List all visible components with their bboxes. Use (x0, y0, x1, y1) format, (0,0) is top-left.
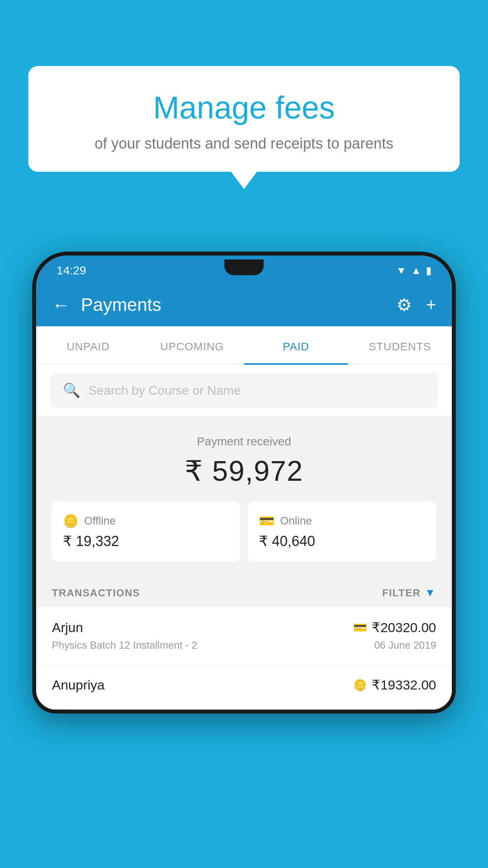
search-input[interactable]: 🔍 Search by Course or Name (50, 373, 438, 408)
signal-icon: ▲ (411, 265, 421, 277)
online-amount: ₹ 40,640 (259, 533, 425, 550)
transaction-amount: ₹19332.00 (372, 677, 436, 693)
back-button[interactable]: ← (52, 294, 70, 315)
transaction-name: Anupriya (52, 677, 105, 693)
online-icon: 💳 (259, 513, 275, 528)
tooltip-title: Manage fees (48, 90, 440, 126)
content-area: 🔍 Search by Course or Name Payment recei… (36, 365, 452, 710)
transaction-date: 06 June 2019 (374, 639, 436, 651)
online-label: Online (280, 515, 312, 527)
tooltip-card: Manage fees of your students and send re… (28, 66, 460, 172)
app-bar: ← Payments ⚙ + (36, 283, 452, 326)
search-bar-container: 🔍 Search by Course or Name (36, 365, 452, 416)
offline-label: Offline (84, 515, 116, 527)
transactions-label: TRANSACTIONS (52, 587, 140, 599)
tab-students[interactable]: STUDENTS (348, 326, 452, 364)
offline-card: 🪙 Offline ₹ 19,332 (52, 502, 240, 561)
tab-upcoming[interactable]: UPCOMING (140, 326, 244, 364)
phone-wrapper: 14:29 ▼ ▲ ▮ ← Payments ⚙ + UNPAID (32, 252, 456, 868)
offline-icon: 🪙 (63, 513, 79, 528)
payment-received-label: Payment received (52, 435, 436, 448)
wifi-icon: ▼ (396, 265, 407, 277)
phone-notch (224, 259, 264, 275)
transaction-detail: Physics Batch 12 Installment - 2 (52, 639, 197, 651)
transaction-card-icon: 💳 (353, 621, 367, 634)
battery-icon: ▮ (426, 265, 431, 277)
search-icon: 🔍 (63, 382, 81, 399)
transaction-item[interactable]: Arjun 💳 ₹20320.00 Physics Batch 12 Insta… (36, 607, 452, 664)
transactions-header: TRANSACTIONS FILTER ▼ (36, 576, 452, 607)
settings-button[interactable]: ⚙ (396, 295, 412, 315)
tab-unpaid[interactable]: UNPAID (36, 326, 140, 364)
payment-received-amount: ₹ 59,972 (52, 454, 436, 487)
search-placeholder: Search by Course or Name (88, 383, 241, 398)
filter-label: FILTER (382, 587, 421, 599)
online-card: 💳 Online ₹ 40,640 (248, 502, 436, 561)
transaction-amount-wrap: 💳 ₹20320.00 (353, 620, 436, 635)
filter-icon: ▼ (425, 587, 436, 599)
app-bar-actions: ⚙ + (396, 295, 436, 315)
tooltip-subtitle: of your students and send receipts to pa… (48, 135, 440, 152)
transaction-cash-icon: 🪙 (353, 679, 367, 691)
tabs-bar: UNPAID UPCOMING PAID STUDENTS (36, 326, 452, 365)
page-title: Payments (81, 294, 396, 315)
phone-screen: 14:29 ▼ ▲ ▮ ← Payments ⚙ + UNPAID (36, 256, 452, 710)
transaction-name: Arjun (52, 620, 83, 635)
add-button[interactable]: + (426, 295, 436, 314)
transaction-item[interactable]: Anupriya 🪙 ₹19332.00 (36, 664, 452, 710)
status-icons: ▼ ▲ ▮ (396, 265, 431, 277)
transaction-list: Arjun 💳 ₹20320.00 Physics Batch 12 Insta… (36, 607, 452, 710)
transaction-amount-wrap: 🪙 ₹19332.00 (353, 677, 436, 693)
offline-amount: ₹ 19,332 (63, 533, 229, 550)
payment-cards: 🪙 Offline ₹ 19,332 💳 Online ₹ 40,640 (36, 502, 452, 576)
phone-outer: 14:29 ▼ ▲ ▮ ← Payments ⚙ + UNPAID (32, 252, 456, 714)
transaction-amount: ₹20320.00 (372, 620, 436, 635)
filter-button[interactable]: FILTER ▼ (382, 587, 436, 599)
tab-paid[interactable]: PAID (244, 326, 348, 364)
status-time: 14:29 (57, 264, 86, 277)
payment-received-section: Payment received ₹ 59,972 (36, 416, 452, 502)
